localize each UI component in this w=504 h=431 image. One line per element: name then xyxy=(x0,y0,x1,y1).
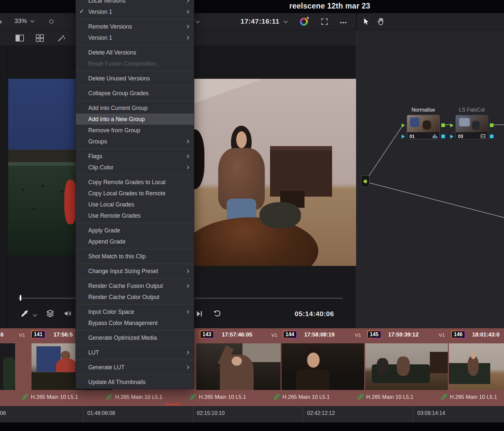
menu-item-label: LUT xyxy=(88,349,99,356)
menu-item-add-into-current-group[interactable]: Add into Current Group xyxy=(76,102,194,114)
rgb-input-triangle xyxy=(450,123,453,127)
menu-separator xyxy=(76,19,194,19)
node-graph-panel[interactable] xyxy=(356,30,504,328)
menu-item-version-1-remote[interactable]: Version 1 xyxy=(76,32,194,43)
menu-item-copy-local-grades-to-remote[interactable]: Copy Local Grades to Remote xyxy=(76,188,194,199)
submenu-chevron-icon xyxy=(185,0,189,3)
codec-label: H.265 Main 10 L5.1 xyxy=(283,394,330,400)
menu-item-version-1-local[interactable]: ✓Version 1 xyxy=(76,6,194,17)
magic-wand-icon[interactable] xyxy=(56,33,66,43)
menu-item-remove-from-group[interactable]: Remove from Group xyxy=(76,125,194,136)
zoom-value: 33% xyxy=(14,17,27,25)
node-03-ls-falscol[interactable]: LS FalsCol 03 xyxy=(455,107,488,139)
submenu-chevron-icon xyxy=(185,10,189,13)
timeline-ruler[interactable]: 06 01:48:08:08 02:15:10:10 02:42:12:12 0… xyxy=(0,406,504,422)
menu-item-generate-lut[interactable]: Generate LUT xyxy=(76,362,194,373)
node-graph-source[interactable] xyxy=(361,175,369,187)
menu-item-apply-grade[interactable]: Apply Grade xyxy=(76,225,194,236)
submenu-chevron-icon xyxy=(185,365,189,369)
menu-item-label: Render Cache Fusion Output xyxy=(88,283,163,290)
menu-item-use-remote-grades[interactable]: Use Remote Grades xyxy=(76,210,194,221)
eyedropper-chevron-icon[interactable] xyxy=(33,312,37,317)
codec-label: H.265 Main 10 L5.1 xyxy=(31,394,78,400)
menu-item-generate-optimized-media[interactable]: Generate Optimized Media xyxy=(76,332,194,343)
menu-item-local-versions[interactable]: Local Versions xyxy=(76,0,194,6)
menu-item-shot-match-to-this-clip[interactable]: Shot Match to this Clip xyxy=(76,251,194,262)
layers-icon[interactable] xyxy=(45,309,55,318)
menu-item-use-local-grades[interactable]: Use Local Grades xyxy=(76,199,194,210)
submenu-chevron-icon xyxy=(185,310,189,313)
grid-view-icon[interactable] xyxy=(35,34,45,42)
menu-item-render-cache-color-output[interactable]: Render Cache Color Output xyxy=(76,291,194,303)
histogram-icon xyxy=(433,134,437,138)
zoom-select[interactable]: 33% xyxy=(14,17,34,25)
menu-item-flags[interactable]: Flags xyxy=(76,151,194,162)
node-box[interactable]: 03 xyxy=(455,115,488,139)
submenu-chevron-icon xyxy=(185,25,189,28)
hand-tool-icon[interactable] xyxy=(377,17,386,26)
viewer-timecode[interactable]: 17:47:16:11 xyxy=(241,17,280,25)
menu-item-bypass-color-management[interactable]: Bypass Color Management xyxy=(76,317,194,329)
ruler-tick xyxy=(83,406,83,422)
menu-separator xyxy=(76,304,194,305)
node-connection-lines xyxy=(356,30,504,328)
menu-item-change-input-sizing-preset[interactable]: Change Input Sizing Preset xyxy=(76,266,194,277)
ruler-label: 01:48:08:08 xyxy=(87,410,115,416)
node-box[interactable]: 01 xyxy=(407,115,440,139)
menu-item-reset-fusion-composition: Reset Fusion Composition... xyxy=(76,58,194,69)
more-options-icon[interactable]: ••• xyxy=(340,20,347,25)
current-clip-image[interactable] xyxy=(184,79,356,266)
media-link-icon xyxy=(21,393,29,401)
menu-separator xyxy=(76,249,194,249)
timecode-chevron-icon[interactable] xyxy=(284,19,288,23)
menu-item-clip-color[interactable]: Clip Color xyxy=(76,162,194,173)
menu-item-delete-unused-versions[interactable]: Delete Unused Versions xyxy=(76,73,194,84)
node-01-normalise[interactable]: Normalise 01 xyxy=(407,107,440,139)
menu-item-label: Copy Remote Grades to Local xyxy=(88,179,165,186)
clip-thumbnail[interactable] xyxy=(282,343,364,390)
clip-number-badge: 144 xyxy=(283,331,297,338)
sparkle-glyph: ✦ xyxy=(306,16,309,20)
menu-item-input-color-space[interactable]: Input Color Space xyxy=(76,306,194,317)
clip-thumbnail[interactable] xyxy=(196,343,281,390)
transport-timecode: 05:14:40:06 xyxy=(295,310,334,318)
menu-separator xyxy=(76,375,194,375)
indicator-circle-icon[interactable] xyxy=(49,19,53,24)
menu-item-delete-all-versions[interactable]: Delete All Versions xyxy=(76,47,194,58)
menu-item-collapse-group-grades[interactable]: Collapse Group Grades xyxy=(76,88,194,99)
menu-item-label: Generate LUT xyxy=(88,364,125,371)
node-number: 03 xyxy=(458,134,463,139)
menu-item-lut[interactable]: LUT xyxy=(76,347,194,358)
clip-thumbnail[interactable] xyxy=(365,343,448,390)
clip-thumbnail[interactable] xyxy=(0,343,15,390)
clip-timecode: 17:56:5 xyxy=(53,332,73,338)
pointer-tool-icon[interactable] xyxy=(362,17,370,26)
expand-viewer-icon[interactable] xyxy=(320,17,329,26)
menu-item-label: Copy Local Grades to Remote xyxy=(88,190,165,197)
menu-item-add-into-a-new-group[interactable]: Add into a New Group xyxy=(76,114,194,125)
chevron-down-icon xyxy=(30,18,34,23)
menu-item-label: Version 1 xyxy=(88,34,112,41)
split-screen-icon[interactable] xyxy=(15,34,24,42)
submenu-chevron-icon xyxy=(185,165,189,169)
ruler-label: 02:15:10:10 xyxy=(197,410,225,416)
eyedropper-icon[interactable] xyxy=(20,309,30,318)
loop-playback-icon[interactable] xyxy=(213,309,222,318)
audio-speaker-icon[interactable] xyxy=(63,309,73,318)
menu-item-update-all-thumbnails[interactable]: Update All Thumbnails xyxy=(76,377,194,388)
clip-timecode: 17:57:46:05 xyxy=(222,332,252,338)
auto-color-icon[interactable]: ✦ xyxy=(300,18,308,26)
menu-item-copy-remote-grades-to-local[interactable]: Copy Remote Grades to Local xyxy=(76,177,194,188)
menu-item-remote-versions[interactable]: Remote Versions xyxy=(76,21,194,32)
menu-item-groups[interactable]: Groups xyxy=(76,136,194,147)
skip-to-end-icon[interactable] xyxy=(195,309,204,318)
track-label: V1 xyxy=(439,332,445,338)
codec-label: H.265 Main 10 L5.1 xyxy=(199,394,246,400)
menu-item-append-grade[interactable]: Append Grade xyxy=(76,236,194,247)
scrub-playhead[interactable] xyxy=(20,295,21,301)
menu-item-label: Add into a New Group xyxy=(88,116,145,123)
ruler-tick xyxy=(193,406,193,422)
clip-thumbnail[interactable] xyxy=(449,343,504,390)
menu-item-render-cache-fusion-output[interactable]: Render Cache Fusion Output xyxy=(76,280,194,291)
dropdown-chevron-icon[interactable] xyxy=(196,19,200,23)
